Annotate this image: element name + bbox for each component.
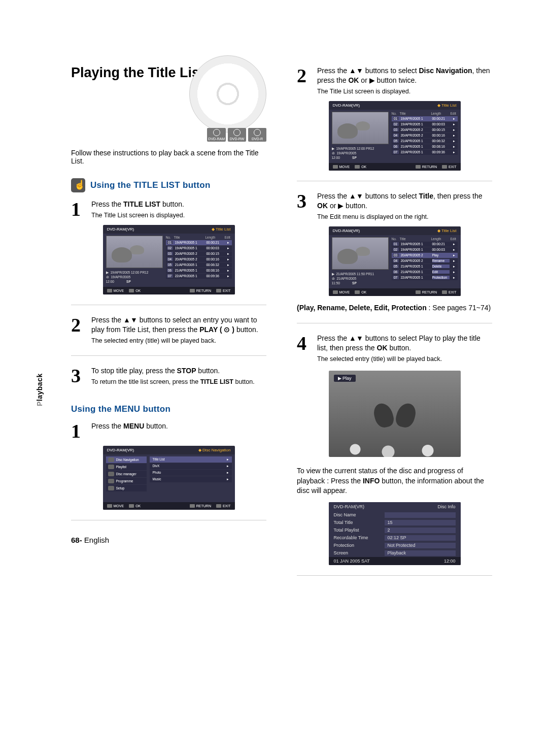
table-row: 0219/APR/2005 100:00:03▸ <box>392 122 458 127</box>
table-row: 0420/APR/2005 200:00:16▸ <box>166 257 232 262</box>
ui-header-right: Title List <box>216 227 231 232</box>
table-row: 0320/APR/2005 200:00:15▸ <box>392 127 458 133</box>
page-number: 68- English <box>71 536 266 544</box>
table-row: 0521/APR/2005 100:06:32▸ <box>166 262 232 268</box>
ui-title-list-edit: DVD-RAM(VR) ◆ Title List ▶ 21/APR/2005 1… <box>329 226 461 296</box>
badge-dvd-r: DVD-R <box>248 128 266 142</box>
title-art: DVD-RAM DVD-RW DVD-R <box>71 81 266 142</box>
col2-step3: 3 Press the ▲▼ buttons to select Title, … <box>297 191 492 221</box>
col2-step4: 4 Press the ▲▼ buttons to select Play to… <box>297 334 492 364</box>
side-tab: Playback <box>36 373 44 406</box>
nav-right-item: Music▸ <box>150 476 232 482</box>
table-row: 0119/APR/2005 100:00:21▸ <box>392 242 458 247</box>
col1-step1: 1 Press the TITLE LIST button. The Title… <box>71 200 266 220</box>
info-row: ProtectionNot Protected <box>329 542 461 549</box>
table-row: 0722/APR/2005 1Protection▸ <box>392 275 458 280</box>
ui-disc-navigation: DVD-RAM(VR) ◆ Disc Navigation Disc Navig… <box>103 446 235 510</box>
table-row: 0119/APR/2005 100:00:21▸ <box>166 240 232 245</box>
step-sub: The selected entry (title) will be playe… <box>91 337 266 345</box>
ui-title-list-rows: No. Title Length Edit 0119/APR/2005 100:… <box>166 236 232 284</box>
table-row: 0320/APR/2005 2Play▸ <box>392 253 458 258</box>
nav-right-item: Title List▸ <box>150 456 232 463</box>
col1-stepB1: 1 Press the MENU button. <box>71 421 266 441</box>
table-row: 0119/APR/2005 100:00:21▸ <box>392 116 458 121</box>
nav-left-item: Playlist <box>106 464 147 470</box>
ui-title-list: DVD-RAM(VR) ◆ Title List ▶ 19/APR/2005 1… <box>103 225 235 294</box>
table-row: 0219/APR/2005 100:00:03▸ <box>166 246 232 251</box>
hand-icon <box>71 178 85 192</box>
left-column: Playing the Title List DVD-RAM DVD-RW DV… <box>71 61 266 586</box>
step-number: 3 <box>297 191 312 221</box>
table-row: 0320/APR/2005 200:00:15▸ <box>166 251 232 256</box>
step-number: 2 <box>71 315 86 345</box>
nav-right-item: Photo▸ <box>150 470 232 476</box>
step-sub: The Title List screen is displayed. <box>91 211 266 220</box>
table-row: 0420/APR/2005 200:00:16▸ <box>392 133 458 138</box>
nav-left-item: Setup <box>106 485 147 491</box>
nav-left-item: Disc manager <box>106 471 147 477</box>
step-number: 4 <box>297 334 312 364</box>
table-row: 0521/APR/2005 100:06:32▸ <box>392 139 458 144</box>
ui-play-preview: ▶ Play <box>329 371 461 457</box>
disc-graphic <box>189 55 266 133</box>
table-row: 0722/APR/2005 100:09:36▸ <box>166 274 232 279</box>
col2-step2: 2 Press the ▲▼ buttons to select Disc Na… <box>297 66 492 96</box>
right-column: 2 Press the ▲▼ buttons to select Disc Na… <box>297 61 492 586</box>
nav-right-item: DivX▸ <box>150 463 232 469</box>
col1-step3: 3 To stop title play, press the STOP but… <box>71 366 266 386</box>
step-number: 1 <box>71 200 86 220</box>
table-row: 0521/APR/2005 1Delete▸ <box>392 264 458 269</box>
step-number: 1 <box>71 421 86 441</box>
badge-dvd-ram: DVD-RAM <box>207 128 226 142</box>
ui-title-list-2: DVD-RAM(VR) ◆ Title List ▶ 19/APR/2005 1… <box>329 101 461 171</box>
info-row: Total Playlist2 <box>329 527 461 534</box>
table-row: 0219/APR/2005 100:00:03▸ <box>392 247 458 252</box>
info-row: Recordable Time02:12 SP <box>329 534 461 542</box>
intro-text: Follow these instructions to play back a… <box>71 149 266 165</box>
edit-menu-note: (Play, Rename, Delete, Edit, Protection … <box>297 303 492 313</box>
badge-dvd-rw: DVD-RW <box>228 128 246 142</box>
info-note: To view the current status of the disc a… <box>297 466 492 496</box>
play-label: ▶ Play <box>334 375 356 382</box>
ui-disc-info: DVD-RAM(VR) Disc Info Disc NameTotal Tit… <box>329 502 461 565</box>
table-row: 0722/APR/2005 100:09:36▸ <box>392 150 458 155</box>
table-row: 0420/APR/2005 2Rename▸ <box>392 258 458 264</box>
nav-left-item: Disc Navigation <box>106 456 147 463</box>
info-row: ScreenPlayback <box>329 549 461 557</box>
table-row: 0621/APR/2005 1Edit▸ <box>392 270 458 275</box>
nav-left-item: Programme <box>106 478 147 484</box>
col1-step2: 2 Press the ▲▼ buttons to select an entr… <box>71 315 266 345</box>
table-row: 0621/APR/2005 100:08:16▸ <box>392 144 458 149</box>
info-row: Disc Name <box>329 511 461 519</box>
info-row: Total Title15 <box>329 519 461 527</box>
step-number: 2 <box>297 66 312 96</box>
table-row: 0621/APR/2005 100:08:16▸ <box>166 268 232 273</box>
ui-thumbnail <box>106 236 163 268</box>
section-title-a: Using the TITLE LIST button <box>90 180 211 190</box>
step-number: 3 <box>71 366 86 386</box>
section-title-b: Using the MENU button <box>71 404 170 414</box>
ui-header-left: DVD-RAM(VR) <box>107 227 134 232</box>
